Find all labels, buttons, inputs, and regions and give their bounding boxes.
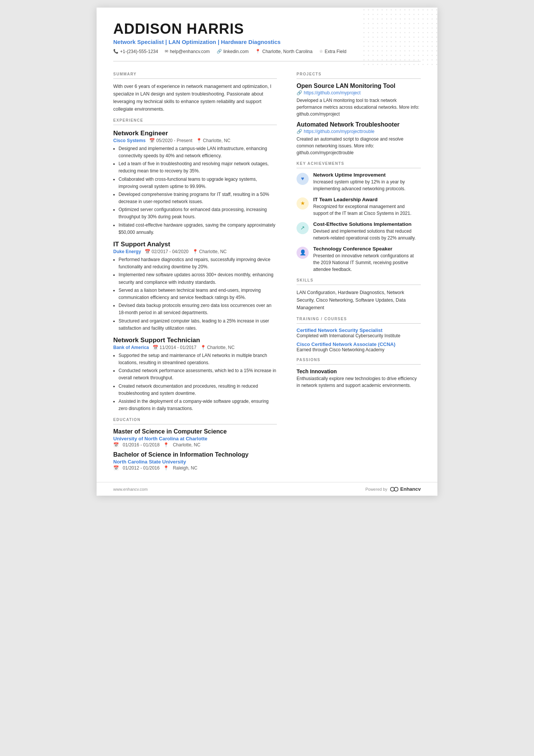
skills-divider xyxy=(297,285,421,285)
project-desc-1: Developed a LAN monitoring tool to track… xyxy=(297,97,421,117)
bullet-1-4: Developed comprehensive training program… xyxy=(119,191,277,205)
bullet-3-4: Assisted in the deployment of a company-… xyxy=(119,398,277,412)
education-divider xyxy=(113,424,277,424)
job-company-2: Duke Energy xyxy=(113,249,141,254)
achievement-icon-3: ↗ xyxy=(297,222,309,234)
edu-meta-2: 📅 01/2012 - 01/2016 📍 Raleigh, NC xyxy=(113,465,277,471)
calendar-icon-1: 📅 xyxy=(149,138,155,143)
achievement-desc-3: Devised and implemented solutions that r… xyxy=(313,228,421,241)
job-company-1: Cisco Systems xyxy=(113,138,145,143)
job-bullets-3: Supported the setup and maintenance of L… xyxy=(113,352,277,413)
job-location-1: 📍 Charlotte, NC xyxy=(196,138,231,143)
bullet-2-4: Devised data backup protocols ensuring z… xyxy=(119,302,277,316)
summary-text: With over 6 years of experience in netwo… xyxy=(113,83,277,113)
achievement-item-1: ♥ Network Uptime Improvement Increased s… xyxy=(297,172,421,192)
project-desc-2: Created an automated script to diagnose … xyxy=(297,136,421,156)
bullet-2-3: Served as a liaison between technical te… xyxy=(119,287,277,301)
achievement-item-2: ★ IT Team Leadership Award Recognized fo… xyxy=(297,197,421,217)
edu-calendar-icon-1: 📅 xyxy=(113,442,119,448)
project-title-2: Automated Network Troubleshooter xyxy=(297,121,421,128)
calendar-icon-3: 📅 xyxy=(153,345,158,350)
edu-calendar-icon-2: 📅 xyxy=(113,465,119,471)
job-bullets-2: Performed hardware diagnostics and repai… xyxy=(113,256,277,332)
location-contact: 📍 Charlotte, North Carolina xyxy=(255,49,312,54)
pin-icon-2: 📍 xyxy=(192,249,198,254)
job-meta-2: Duke Energy 📅 02/2017 - 04/2020 📍 Charlo… xyxy=(113,249,277,254)
bullet-2-5: Structured and organized computer labs, … xyxy=(119,318,277,332)
job-title-1: Network Engineer xyxy=(113,130,277,137)
skills-text: LAN Configuration, Hardware Diagnostics,… xyxy=(297,289,421,311)
bullet-1-2: Led a team of five in troubleshooting an… xyxy=(119,160,277,175)
achievements-divider xyxy=(297,168,421,168)
footer-bar: www.enhancv.com Powered by Enhancv xyxy=(97,482,437,496)
skills-label: SKILLS xyxy=(297,278,421,282)
projects-label: PROJECTS xyxy=(297,72,421,76)
edu-degree-1: Master of Science in Computer Science xyxy=(113,428,277,435)
job-meta-3: Bank of America 📅 11/2014 - 01/2017 📍 Ch… xyxy=(113,345,277,350)
bullet-3-2: Conducted network performance assessment… xyxy=(119,367,277,382)
bullet-1-5: Optimized server configurations for enha… xyxy=(119,206,277,221)
achievement-content-3: Cost-Effective Solutions Implementation … xyxy=(313,221,421,241)
pin-icon-1: 📍 xyxy=(196,138,202,143)
achievements-label: KEY ACHIEVEMENTS xyxy=(297,161,421,166)
email-icon: ✉ xyxy=(165,49,168,54)
achievement-icon-2: ★ xyxy=(297,197,309,210)
enhancv-logo-icon xyxy=(390,487,399,492)
phone-contact: 📞 +1-(234)-555-1234 xyxy=(113,49,158,54)
edu-meta-1: 📅 01/2016 - 01/2018 📍 Charlotte, NC xyxy=(113,442,277,448)
achievement-title-2: IT Team Leadership Award xyxy=(313,197,421,202)
footer-powered: Powered by Enhancv xyxy=(365,486,421,492)
extra-contact: ☆ Extra Field xyxy=(319,49,346,54)
email-contact: ✉ help@enhancv.com xyxy=(165,49,209,54)
achievement-desc-4: Presented on innovative network configur… xyxy=(313,252,421,273)
edu-school-1: University of North Carolina at Charlott… xyxy=(113,436,277,441)
achievement-icon-1: ♥ xyxy=(297,173,309,185)
link-icon-proj-1: 🔗 xyxy=(297,90,302,95)
achievement-desc-2: Recognized for exceptional management an… xyxy=(313,203,421,217)
footer-url: www.enhancv.com xyxy=(113,487,148,491)
contact-bar: 📞 +1-(234)-555-1234 ✉ help@enhancv.com 🔗… xyxy=(113,49,421,54)
bullet-2-2: Implemented new software updates across … xyxy=(119,271,277,286)
website-contact: 🔗 linkedin.com xyxy=(217,49,249,54)
candidate-title: Network Specialist | LAN Optimization | … xyxy=(113,39,421,45)
project-link-2: 🔗 https://github.com/myprojecttrouble xyxy=(297,129,421,134)
achievement-title-1: Network Uptime Improvement xyxy=(313,172,421,178)
project-link-1: 🔗 https://github.com/myproject xyxy=(297,90,421,95)
achievement-title-4: Technology Conference Speaker xyxy=(313,246,421,252)
projects-divider xyxy=(297,78,421,79)
summary-label: SUMMARY xyxy=(113,72,277,76)
calendar-icon-2: 📅 xyxy=(145,249,150,254)
enhancv-logo: Enhancv xyxy=(390,486,421,492)
project-title-1: Open Source LAN Monitoring Tool xyxy=(297,83,421,89)
left-column: SUMMARY With over 6 years of experience … xyxy=(97,61,287,479)
job-location-2: 📍 Charlotte, NC xyxy=(192,249,227,254)
training-name-1: Certified Network Security Specialist xyxy=(297,327,421,333)
training-desc-1: Completed with International Cybersecuri… xyxy=(297,333,421,338)
training-item-2: Cisco Certified Network Associate (CCNA)… xyxy=(297,341,421,352)
training-name-2: Cisco Certified Network Associate (CCNA) xyxy=(297,341,421,347)
job-location-3: 📍 Charlotte, NC xyxy=(200,345,235,350)
resume-page: ADDISON HARRIS Network Specialist | LAN … xyxy=(97,8,437,496)
training-desc-2: Earned through Cisco Networking Academy xyxy=(297,347,421,352)
bullet-1-6: Initiated cost-effective hardware upgrad… xyxy=(119,222,277,236)
job-date-2: 📅 02/2017 - 04/2020 xyxy=(145,249,188,254)
job-company-3: Bank of America xyxy=(113,345,149,350)
summary-divider xyxy=(113,78,277,79)
training-item-1: Certified Network Security Specialist Co… xyxy=(297,327,421,338)
edu-pin-icon-1: 📍 xyxy=(163,442,169,448)
main-content: SUMMARY With over 6 years of experience … xyxy=(97,61,437,479)
bullet-2-1: Performed hardware diagnostics and repai… xyxy=(119,256,277,271)
achievement-item-4: 👤 Technology Conference Speaker Presente… xyxy=(297,246,421,273)
job-meta-1: Cisco Systems 📅 05/2020 - Present 📍 Char… xyxy=(113,138,277,143)
star-icon: ☆ xyxy=(319,49,323,54)
experience-divider xyxy=(113,125,277,125)
bullet-3-3: Created network documentation and proced… xyxy=(119,383,277,397)
training-divider xyxy=(297,323,421,324)
experience-label: EXPERIENCE xyxy=(113,118,277,122)
right-column: PROJECTS Open Source LAN Monitoring Tool… xyxy=(287,61,437,479)
phone-icon: 📞 xyxy=(113,49,119,54)
job-bullets-1: Designed and implemented a campus-wide L… xyxy=(113,145,277,236)
candidate-name: ADDISON HARRIS xyxy=(113,21,421,37)
link-icon-proj-2: 🔗 xyxy=(297,129,302,134)
location-icon: 📍 xyxy=(255,49,261,54)
